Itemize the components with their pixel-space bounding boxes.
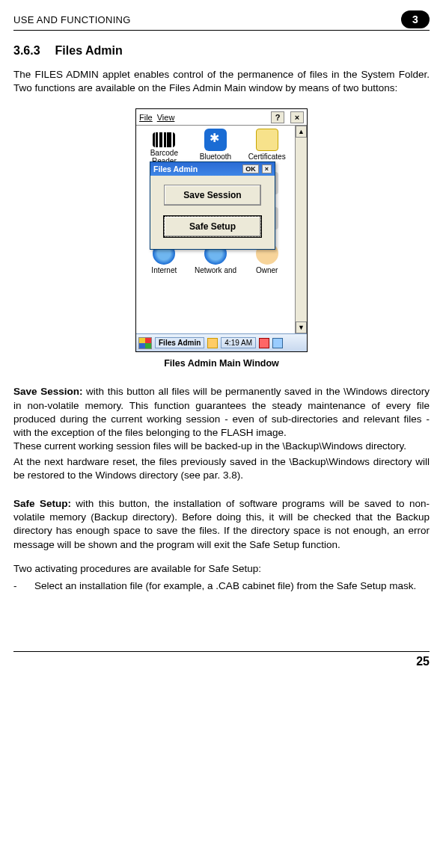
dialog-ok-button[interactable]: OK: [242, 164, 259, 173]
save-session-paragraph: Save Session: with this button all files…: [13, 385, 430, 440]
figure: File View ? × Barcode Reader Bluetooth D…: [13, 108, 430, 369]
section-heading: 3.6.3 Files Admin: [13, 44, 430, 58]
footer-rule: [13, 651, 430, 652]
taskbar-app-button[interactable]: Files Admin: [155, 337, 204, 348]
safe-setup-button[interactable]: Safe Setup: [164, 216, 261, 237]
dialog-close-button[interactable]: ×: [262, 164, 272, 173]
main-window: File View ? × Barcode Reader Bluetooth D…: [135, 108, 308, 352]
header-title: USE AND FUNCTIONING: [13, 14, 131, 25]
dialog-titlebar: Files Admin OK ×: [150, 162, 275, 176]
tray-icon-3[interactable]: [272, 338, 283, 348]
files-admin-dialog: Files Admin OK × Save Session Safe Setup: [150, 161, 275, 250]
menu-file[interactable]: File: [139, 113, 153, 122]
page-number: 25: [13, 655, 430, 668]
start-button[interactable]: [138, 337, 152, 349]
control-panel-area: Barcode Reader Bluetooth Device ... Cert…: [136, 126, 295, 333]
intro-paragraph: The FILES ADMIN applet enables control o…: [13, 68, 430, 95]
bullet-item-1: - Select an installation file (for examp…: [13, 580, 430, 591]
safe-setup-paragraph: Safe Setup: with this button, the instal…: [13, 497, 430, 552]
figure-caption: Files Admin Main Window: [164, 358, 279, 369]
tray-icon-1[interactable]: [207, 338, 218, 348]
scroll-down-icon[interactable]: ▼: [296, 321, 307, 333]
save-session-p2: These current working session files will…: [13, 440, 430, 453]
chapter-badge: 3: [401, 10, 430, 28]
safe-setup-p2: Two activating procedures are available …: [13, 562, 430, 576]
section-number: 3.6.3: [13, 44, 40, 58]
save-session-button[interactable]: Save Session: [164, 185, 261, 206]
scroll-up-icon[interactable]: ▲: [296, 126, 307, 138]
dialog-title: Files Admin: [153, 164, 198, 173]
save-session-p3: At the next hardware reset, the files pr…: [13, 455, 430, 482]
page-header: USE AND FUNCTIONING 3: [13, 10, 430, 31]
menubar: File View ? ×: [136, 109, 307, 126]
taskbar: Files Admin 4:19 AM: [136, 333, 307, 351]
tray-icon-2[interactable]: [259, 338, 269, 348]
help-button[interactable]: ?: [271, 111, 284, 123]
menu-view[interactable]: View: [157, 113, 175, 122]
taskbar-clock: 4:19 AM: [221, 337, 256, 348]
close-button[interactable]: ×: [290, 111, 304, 123]
vertical-scrollbar[interactable]: ▲ ▼: [295, 126, 307, 333]
section-title: Files Admin: [55, 44, 123, 58]
